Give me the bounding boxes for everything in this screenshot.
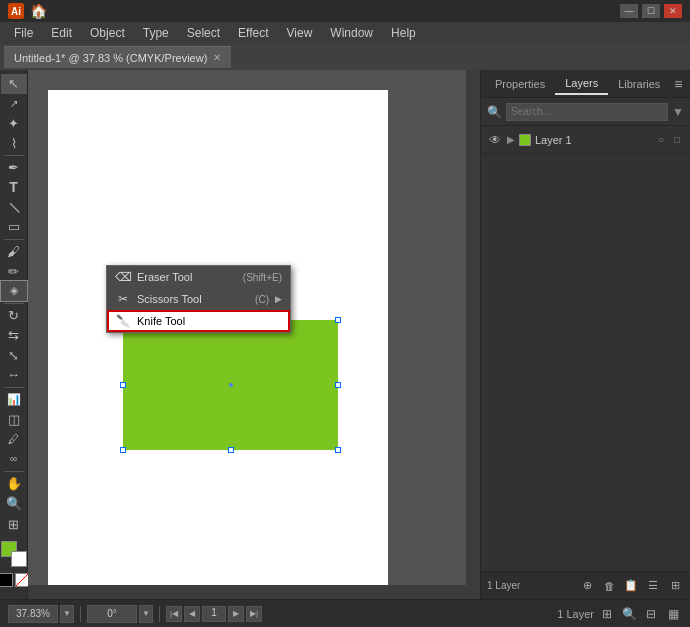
zoom-icon: 🔍 [6,496,22,511]
tool-blend[interactable]: ∞ [1,449,27,469]
handle-br[interactable] [335,447,341,453]
window-controls[interactable]: — ☐ ✕ [620,4,682,18]
background-swatch[interactable] [11,551,27,567]
tool-artboard[interactable]: ⊞ [1,513,27,535]
menu-type[interactable]: Type [135,24,177,42]
handle-tr[interactable] [335,317,341,323]
ctx-scissors-arrow: ▶ [275,294,282,304]
menu-help[interactable]: Help [383,24,424,42]
rotation-control: ▼ [87,605,153,623]
tool-blob-brush[interactable]: ✏ [1,261,27,281]
close-button[interactable]: ✕ [664,4,682,18]
maximize-button[interactable]: ☐ [642,4,660,18]
handle-bm[interactable] [228,447,234,453]
tool-width[interactable]: ↔ [1,365,27,385]
tab-close-button[interactable]: ✕ [213,52,221,63]
reflect-icon: ⇆ [8,328,19,343]
color-swatches[interactable] [1,541,27,567]
panel-menu-button[interactable]: ≡ [670,76,686,92]
menu-window[interactable]: Window [322,24,381,42]
tool-eyedropper[interactable]: 🖊 [1,429,27,449]
rotation-dropdown[interactable]: ▼ [139,605,153,623]
paintbrush-icon: 🖌 [7,244,20,259]
add-layer-button[interactable]: ⊕ [578,577,596,595]
menu-edit[interactable]: Edit [43,24,80,42]
app-icon: Ai [8,3,24,19]
menu-object[interactable]: Object [82,24,133,42]
layer-search-input[interactable] [506,103,668,121]
tool-zoom[interactable]: 🔍 [1,493,27,513]
layer-color-swatch [519,134,531,146]
zoom-fit-button[interactable]: 🔍 [620,605,638,623]
tool-rectangle[interactable]: ▭ [1,217,27,237]
next-page-button[interactable]: ▶ [228,606,244,622]
layer-visibility-icon[interactable]: 👁 [487,132,503,148]
tool-reflect[interactable]: ⇆ [1,325,27,345]
tool-lasso[interactable]: ⌇ [1,133,27,153]
panel-toggle-button[interactable]: ▦ [664,605,682,623]
handle-bl[interactable] [120,447,126,453]
none-swatch[interactable] [15,573,29,587]
menu-file[interactable]: File [6,24,41,42]
horizontal-scrollbar[interactable] [28,585,466,599]
home-icon[interactable]: 🏠 [30,3,47,19]
artboard [48,90,388,599]
tool-pen[interactable]: ✒ [1,158,27,178]
zoom-dropdown[interactable]: ▼ [60,605,74,623]
tab-layers[interactable]: Layers [555,73,608,95]
first-page-button[interactable]: |◀ [166,606,182,622]
delete-layer-button[interactable]: 🗑 [600,577,618,595]
pen-icon: ✒ [8,160,19,175]
rotation-input[interactable] [87,605,137,623]
handle-ml[interactable] [120,382,126,388]
menu-effect[interactable]: Effect [230,24,276,42]
grid-button[interactable]: ⊟ [642,605,660,623]
tool-selection[interactable]: ↖ [1,74,27,94]
page-input[interactable]: 1 [202,606,226,622]
ctx-scissors-tool[interactable]: ✂ Scissors Tool (C) ▶ [107,288,290,310]
selection-icon: ↖ [8,76,19,91]
scrollbar-corner [466,585,480,599]
context-menu: ⌫ Eraser Tool (Shift+E) ✂ Scissors Tool … [106,265,291,333]
tool-scale[interactable]: ⤡ [1,345,27,365]
layer-item[interactable]: 👁 ▶ Layer 1 ○ □ [481,126,690,154]
ctx-eraser-tool[interactable]: ⌫ Eraser Tool (Shift+E) [107,266,290,288]
filter-icon[interactable]: ▼ [672,105,684,119]
green-rectangle[interactable] [123,320,338,450]
last-page-button[interactable]: ▶| [246,606,262,622]
make-mask-button[interactable]: ☰ [644,577,662,595]
tool-direct-selection[interactable]: ↗ [1,94,27,114]
tool-eraser[interactable]: ◈ [1,281,27,301]
tool-type[interactable]: T [1,178,27,198]
left-toolbar: ↖ ↗ ✦ ⌇ ✒ T | ▭ 🖌 ✏ ◈ ↻ ⇆ ⤡ ↔ 📊 ◫ 🖊 ∞ ✋ … [0,70,28,599]
layer-select-icon[interactable]: □ [670,133,684,147]
tool-magic-wand[interactable]: ✦ [1,113,27,133]
tab-libraries[interactable]: Libraries [608,74,670,94]
layer-target-icon[interactable]: ○ [654,133,668,147]
tab-properties[interactable]: Properties [485,74,555,94]
handle-mr[interactable] [335,382,341,388]
ctx-knife-label: Knife Tool [137,315,282,327]
tool-rotate[interactable]: ↻ [1,306,27,326]
tool-hand[interactable]: ✋ [1,473,27,493]
zoom-input[interactable] [8,605,58,623]
canvas-area: ⌫ Eraser Tool (Shift+E) ✂ Scissors Tool … [28,70,480,599]
black-swatch[interactable] [0,573,13,587]
menu-select[interactable]: Select [179,24,228,42]
arrange-button[interactable]: ⊞ [598,605,616,623]
layer-expand-icon[interactable]: ▶ [507,134,515,145]
layer-options-button[interactable]: 📋 [622,577,640,595]
prev-page-button[interactable]: ◀ [184,606,200,622]
ctx-knife-tool[interactable]: 🔪 Knife Tool [107,310,290,332]
tool-paintbrush[interactable]: 🖌 [1,242,27,262]
document-tab[interactable]: Untitled-1* @ 37.83 % (CMYK/Preview) ✕ [4,46,231,68]
layer-comp-button[interactable]: ⊞ [666,577,684,595]
tool-gradient[interactable]: ◫ [1,409,27,429]
menu-view[interactable]: View [279,24,321,42]
minimize-button[interactable]: — [620,4,638,18]
tool-graph[interactable]: 📊 [1,390,27,410]
gradient-icon: ◫ [8,412,20,427]
tool-line[interactable]: | [1,197,27,217]
vertical-scrollbar[interactable] [466,70,480,585]
hand-icon: ✋ [6,476,22,491]
